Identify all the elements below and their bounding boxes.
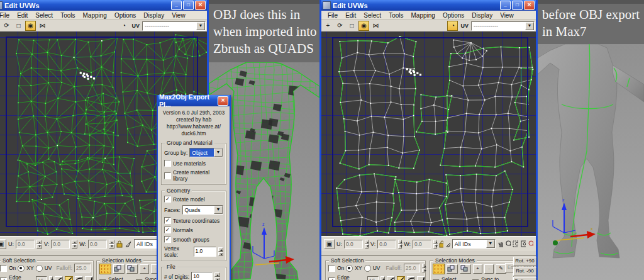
edge-spinner[interactable] [380,276,385,280]
expand-selection-button[interactable]: + [140,264,149,274]
grow-selection-icon[interactable] [447,264,458,274]
use-materials-checkbox[interactable] [164,160,171,167]
pick-texture-icon[interactable]: ◔ [118,21,129,31]
vertex-scale-field[interactable]: 1.0 [194,247,216,257]
pick-arrow-icon[interactable] [125,240,132,248]
minimize-button[interactable]: _ [500,1,511,10]
w-spinner[interactable] [109,240,114,249]
vertex-scale-spinner[interactable] [218,247,223,256]
shrink-selection-icon[interactable] [126,264,138,274]
rotate-minus-90-button[interactable]: Rot. -90 [513,267,536,276]
create-material-library-checkbox[interactable] [164,172,171,179]
u-spinner[interactable] [365,240,369,249]
pick-texture-icon[interactable]: ◔ [447,21,458,31]
menu-tools[interactable]: Tools [57,12,79,19]
pick-arrow-icon[interactable] [445,240,450,248]
menu-view[interactable]: View [496,12,518,19]
absolute-mode-icon[interactable]: ▣ [324,239,335,249]
edge-spinner[interactable] [49,276,53,280]
falloff-linear-icon[interactable] [65,276,73,280]
absolute-mode-icon[interactable]: ▣ [0,239,6,249]
normals-checkbox[interactable] [164,227,171,233]
xy-radio[interactable] [346,265,353,272]
edge-distance-field[interactable]: 16 [367,276,379,280]
maximize-button[interactable]: □ [512,1,523,10]
contract-selection-button[interactable]: - [484,264,494,274]
grow-selection-icon[interactable] [113,264,125,274]
edge-distance-field[interactable]: 16 [36,276,47,280]
w-field[interactable]: 0.0 [88,240,107,249]
menu-view[interactable]: View [168,12,189,19]
close-button[interactable]: ✕ [524,1,535,10]
menu-edit[interactable]: Edit [13,12,31,19]
falloff-slow-icon[interactable] [85,276,93,280]
menu-tools[interactable]: Tools [385,12,407,19]
uv-canvas[interactable] [321,31,536,236]
freeform-tool-icon[interactable]: ◉ [358,21,369,31]
vertex-mode-icon[interactable] [99,264,111,274]
chevron-down-icon[interactable]: ▼ [486,240,495,248]
texture-list-dropdown[interactable]: ------------- ▼ [142,21,206,31]
move-tool-icon[interactable]: + [323,21,333,31]
mirror-tool-icon[interactable]: ⋈ [37,21,48,31]
falloff-spinner[interactable] [422,264,425,272]
w-field[interactable]: 0.0 [413,240,431,249]
smooth-groups-checkbox[interactable] [164,236,171,243]
u-spinner[interactable] [36,240,42,249]
v-spinner[interactable] [72,240,77,249]
falloff-slow-icon[interactable] [417,276,425,280]
group-by-dropdown[interactable]: Object ▼ [189,148,223,157]
menu-select[interactable]: Select [31,12,57,19]
texture-list-dropdown[interactable]: ------------- ▼ [471,21,535,31]
falloff-field[interactable]: 25.0 [74,264,91,272]
rotate-tool-icon[interactable]: ⟳ [335,21,345,31]
v-field[interactable]: 0.0 [377,240,396,249]
chevron-down-icon[interactable]: ▼ [214,206,223,214]
digits-field[interactable]: 10 [191,272,213,280]
dialog-title-bar[interactable]: Max2Obj Export Pl... ✕ [158,95,230,106]
rotate-plus-90-button[interactable]: Rot. +90 [513,257,536,266]
menu-display[interactable]: Display [140,12,168,19]
vertex-mode-icon[interactable] [433,264,445,274]
material-id-dropdown[interactable]: All IDs ▼ [452,239,496,249]
rotate-tool-icon[interactable]: ⟳ [1,21,12,31]
falloff-smooth-icon[interactable] [55,276,63,280]
rotate-model-checkbox[interactable] [164,196,171,203]
soft-on-checkbox[interactable] [328,265,335,272]
shrink-selection-icon[interactable] [460,264,471,274]
lock-icon[interactable] [439,240,443,248]
scale-tool-icon[interactable]: □ [347,21,357,31]
menu-mapping[interactable]: Mapping [408,12,439,19]
pan-icon[interactable] [497,240,503,248]
w-spinner[interactable] [433,240,437,249]
chevron-down-icon[interactable]: ▼ [525,22,534,30]
falloff-linear-icon[interactable] [397,276,405,280]
digits-spinner[interactable] [214,272,220,280]
edge-distance-checkbox[interactable] [328,277,335,280]
menu-options[interactable]: Options [439,12,468,19]
menu-select[interactable]: Select [360,12,385,19]
lock-icon[interactable] [116,240,123,248]
expand-selection-button[interactable]: + [473,264,482,274]
maximize-button[interactable]: □ [183,1,194,10]
texture-coordinates-checkbox[interactable] [164,217,171,224]
uv-radio[interactable] [36,265,43,272]
zoom-selected-icon[interactable] [528,240,533,248]
close-button[interactable]: ✕ [195,1,206,10]
menu-display[interactable]: Display [468,12,496,19]
menu-mapping[interactable]: Mapping [79,12,111,19]
falloff-field[interactable]: 25.0 [404,264,420,272]
mirror-tool-icon[interactable]: ⋈ [370,21,381,31]
soft-on-checkbox[interactable] [0,265,7,272]
chevron-down-icon[interactable]: ▼ [214,148,223,157]
xy-radio[interactable] [18,265,25,272]
falloff-fast-icon[interactable] [75,276,83,280]
zoom-region-icon[interactable] [513,240,518,248]
uv-radio[interactable] [364,265,371,272]
minimize-button[interactable]: _ [171,1,182,10]
close-icon[interactable]: ✕ [218,96,228,106]
options-button[interactable]: Options... [513,277,536,280]
v-spinner[interactable] [398,240,402,249]
title-bar[interactable]: Edit UVWs _ □ ✕ [0,0,207,11]
menu-options[interactable]: Options [111,12,140,19]
